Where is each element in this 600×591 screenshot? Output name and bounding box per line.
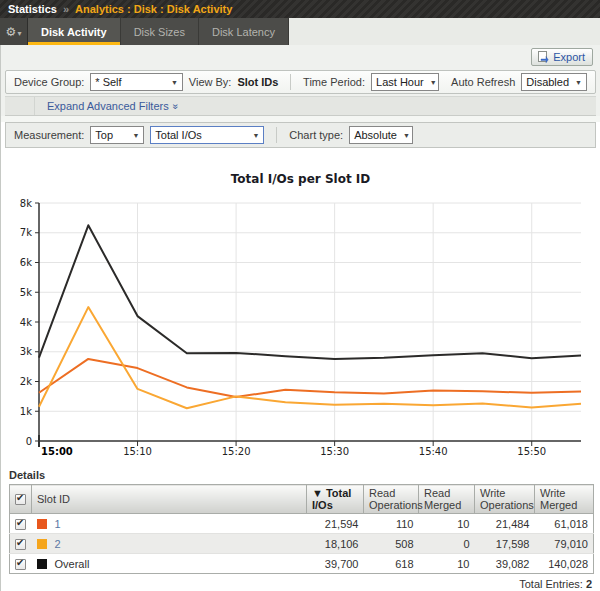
table-row: Overall39,7006181039,082140,028: [10, 554, 594, 574]
tab-disk-sizes[interactable]: Disk Sizes: [121, 18, 199, 45]
chart-line-1: [39, 359, 581, 397]
cell-read-operations: 508: [364, 534, 419, 554]
column-label: Write Operations: [480, 487, 534, 511]
column-label: Read Operations: [369, 487, 423, 511]
details-header-row: Slot ID ▼ Total I/Os Read Operations Rea…: [10, 485, 594, 514]
view-by-label: View By:: [189, 76, 232, 88]
expand-chevron-icon: [173, 100, 179, 112]
filter-box: Device Group: * Self View By: Slot IDs T…: [5, 70, 596, 94]
tab-disk-activity[interactable]: Disk Activity: [28, 18, 121, 45]
column-header-read-operations[interactable]: Read Operations: [364, 485, 419, 514]
total-entries: Total Entries: 2: [9, 574, 592, 591]
chart-section: Total I/Os per Slot ID 01k2k3k4k5k6k7k8k…: [1, 148, 600, 466]
measurement-top-select[interactable]: Top: [90, 126, 144, 144]
export-button[interactable]: Export: [531, 48, 593, 66]
total-entries-label: Total Entries:: [519, 578, 583, 590]
y-tick-label: 1k: [20, 406, 32, 417]
tab-disk-latency[interactable]: Disk Latency: [199, 18, 289, 45]
export-label: Export: [553, 51, 585, 63]
measurement-metric-value: Total I/Os: [155, 129, 201, 141]
divider: [290, 74, 291, 90]
measurement-box: Measurement: Top Total I/Os Chart type: …: [5, 122, 596, 148]
expand-advanced-filters-link[interactable]: Expand Advanced Filters: [47, 100, 178, 112]
tab-label: Disk Activity: [41, 26, 107, 38]
y-tick-label: 8k: [20, 198, 32, 209]
chevron-down-icon: [17, 26, 21, 38]
advanced-filters-row: Expand Advanced Filters: [5, 96, 596, 116]
chart-svg: 01k2k3k4k5k6k7k8k15:0015:1015:2015:3015:…: [1, 148, 600, 466]
column-header-write-operations[interactable]: Write Operations: [475, 485, 535, 514]
slot-id-link[interactable]: 2: [55, 538, 61, 550]
expand-advanced-filters-label: Expand Advanced Filters: [47, 100, 169, 112]
cell-write-merged: 140,028: [535, 554, 594, 574]
series-color-swatch: [37, 539, 47, 549]
measurement-label: Measurement:: [14, 129, 84, 141]
cell-write-operations: 21,484: [475, 514, 535, 534]
column-header-read-merged[interactable]: Read Merged: [419, 485, 475, 514]
select-all-checkbox[interactable]: [15, 494, 26, 505]
auto-refresh-value: Disabled: [526, 76, 569, 88]
y-tick-label: 4k: [20, 317, 32, 328]
column-label: Slot ID: [37, 493, 70, 505]
cell-write-operations: 39,082: [475, 554, 535, 574]
measurement-top-value: Top: [95, 129, 113, 141]
time-period-select[interactable]: Last Hour: [371, 73, 439, 91]
cell-write-merged: 61,018: [535, 514, 594, 534]
y-tick-label: 5k: [20, 287, 32, 298]
table-row: 121,5941101021,48461,018: [10, 514, 594, 534]
export-icon: [537, 51, 549, 63]
breadcrumb-root[interactable]: Statistics: [8, 3, 57, 15]
column-header-total-ios[interactable]: ▼ Total I/Os: [307, 485, 364, 514]
series-color-swatch: [37, 559, 47, 569]
x-tick-label: 15:20: [222, 446, 251, 457]
column-label: Read Merged: [424, 487, 461, 511]
details-title: Details: [9, 469, 592, 481]
column-header-slot-id[interactable]: Slot ID: [32, 485, 307, 514]
cell-total-ios: 18,106: [307, 534, 364, 554]
cell-total-ios: 39,700: [307, 554, 364, 574]
tab-label: Disk Sizes: [134, 26, 185, 38]
row-checkbox[interactable]: [15, 559, 26, 570]
tab-label: Disk Latency: [212, 26, 275, 38]
measurement-metric-select[interactable]: Total I/Os: [150, 126, 264, 144]
divider: [5, 97, 35, 115]
details-table: Slot ID ▼ Total I/Os Read Operations Rea…: [9, 484, 594, 574]
export-band: Export: [1, 45, 600, 68]
x-tick-label: 15:00: [41, 446, 73, 457]
divider: [276, 127, 277, 143]
table-row: 218,106508017,59879,010: [10, 534, 594, 554]
x-tick-label: 15:50: [517, 446, 546, 457]
options-gear-button[interactable]: [0, 18, 28, 45]
details-table-body: 121,5941101021,48461,018218,106508017,59…: [10, 514, 594, 574]
device-group-value: * Self: [95, 76, 121, 88]
cell-total-ios: 21,594: [307, 514, 364, 534]
row-checkbox[interactable]: [15, 519, 26, 530]
total-entries-value: 2: [586, 578, 592, 590]
cell-read-merged: 0: [419, 534, 475, 554]
breadcrumb-path: Analytics : Disk : Disk Activity: [75, 3, 232, 15]
column-label: Write Merged: [540, 487, 577, 511]
x-tick-label: 15:40: [419, 446, 448, 457]
x-tick-label: 15:30: [320, 446, 349, 457]
chart-type-select[interactable]: Absolute: [349, 126, 413, 144]
auto-refresh-select[interactable]: Disabled: [521, 73, 587, 91]
slot-id-link[interactable]: 1: [55, 518, 61, 530]
device-group-label: Device Group:: [14, 76, 84, 88]
device-group-select[interactable]: * Self: [90, 73, 183, 91]
cell-write-operations: 17,598: [475, 534, 535, 554]
column-header-write-merged[interactable]: Write Merged: [535, 485, 594, 514]
breadcrumb-separator: »: [63, 3, 69, 15]
sort-descending-icon: ▼: [312, 487, 323, 499]
cell-read-operations: 110: [364, 514, 419, 534]
row-checkbox[interactable]: [15, 539, 26, 550]
y-tick-label: 0: [26, 436, 32, 447]
y-tick-label: 3k: [20, 346, 32, 357]
main-content: Export Device Group: * Self View By: Slo…: [0, 45, 600, 591]
select-all-header: [10, 485, 32, 514]
cell-write-merged: 79,010: [535, 534, 594, 554]
cell-read-merged: 10: [419, 514, 475, 534]
time-period-value: Last Hour: [376, 76, 424, 88]
tab-bar: Disk Activity Disk Sizes Disk Latency: [0, 18, 600, 45]
auto-refresh-label: Auto Refresh: [451, 76, 515, 88]
chart-type-value: Absolute: [354, 129, 397, 141]
